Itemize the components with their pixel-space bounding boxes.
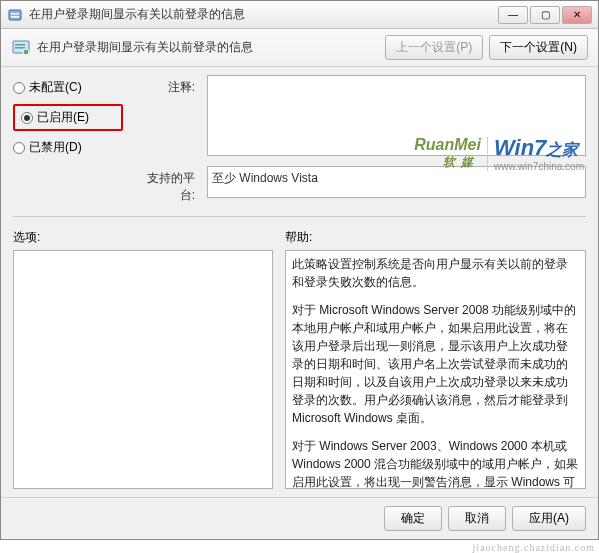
radio-not-configured[interactable]: 未配置(C) — [13, 79, 123, 96]
comment-field-wrap — [207, 75, 586, 156]
highlight-box: 已启用(E) — [13, 104, 123, 131]
platform-label: 支持的平台: — [135, 166, 195, 204]
window-controls: — ▢ ✕ — [498, 6, 592, 24]
radio-icon — [13, 142, 25, 154]
radio-label: 已禁用(D) — [29, 139, 82, 156]
policy-icon — [11, 38, 31, 58]
window-title: 在用户登录期间显示有关以前登录的信息 — [29, 6, 498, 23]
apply-button[interactable]: 应用(A) — [512, 506, 586, 531]
prev-setting-button[interactable]: 上一个设置(P) — [385, 35, 483, 60]
radio-icon — [21, 112, 33, 124]
content-area: 未配置(C) 已启用(E) 已禁用(D) 注释: 支持 — [1, 67, 598, 497]
svg-rect-2 — [11, 16, 19, 18]
svg-rect-1 — [11, 13, 19, 15]
separator — [13, 216, 586, 217]
svg-point-6 — [23, 49, 29, 55]
next-setting-button[interactable]: 下一个设置(N) — [489, 35, 588, 60]
close-button[interactable]: ✕ — [562, 6, 592, 24]
radio-icon — [13, 82, 25, 94]
help-para: 对于 Windows Server 2003、Windows 2000 本机或 … — [292, 437, 579, 489]
radio-label: 未配置(C) — [29, 79, 82, 96]
svg-rect-0 — [9, 10, 21, 20]
platform-value: 至少 Windows Vista — [207, 166, 586, 198]
help-para: 对于 Microsoft Windows Server 2008 功能级别域中的… — [292, 301, 579, 427]
button-row: 确定 取消 应用(A) — [1, 497, 598, 539]
options-box — [13, 250, 273, 489]
help-column: 帮助: 此策略设置控制系统是否向用户显示有关以前的登录和登录失败次数的信息。 对… — [285, 229, 586, 489]
options-header: 选项: — [13, 229, 273, 250]
bottom-area: 选项: 帮助: 此策略设置控制系统是否向用户显示有关以前的登录和登录失败次数的信… — [13, 229, 586, 489]
svg-rect-5 — [15, 47, 25, 49]
radio-label: 已启用(E) — [37, 109, 89, 126]
help-header: 帮助: — [285, 229, 586, 250]
radio-group: 未配置(C) 已启用(E) 已禁用(D) — [13, 75, 123, 156]
maximize-button[interactable]: ▢ — [530, 6, 560, 24]
app-icon — [7, 7, 23, 23]
header-row: 在用户登录期间显示有关以前登录的信息 上一个设置(P) 下一个设置(N) — [1, 29, 598, 67]
minimize-button[interactable]: — — [498, 6, 528, 24]
options-column: 选项: — [13, 229, 273, 489]
footer-credit: jiaocheng.chazidian.com — [473, 542, 595, 553]
ok-button[interactable]: 确定 — [384, 506, 442, 531]
radio-enabled[interactable]: 已启用(E) — [21, 109, 115, 126]
platform-row: 支持的平台: 至少 Windows Vista — [13, 166, 586, 204]
titlebar: 在用户登录期间显示有关以前登录的信息 — ▢ ✕ — [1, 1, 598, 29]
svg-rect-4 — [15, 44, 25, 46]
radio-disabled[interactable]: 已禁用(D) — [13, 139, 123, 156]
help-textbox[interactable]: 此策略设置控制系统是否向用户显示有关以前的登录和登录失败次数的信息。 对于 Mi… — [285, 250, 586, 489]
policy-title: 在用户登录期间显示有关以前登录的信息 — [37, 39, 379, 56]
comment-input[interactable] — [208, 76, 585, 128]
cancel-button[interactable]: 取消 — [448, 506, 506, 531]
comment-label: 注释: — [135, 75, 195, 156]
config-row: 未配置(C) 已启用(E) 已禁用(D) 注释: — [13, 75, 586, 156]
help-para: 此策略设置控制系统是否向用户显示有关以前的登录和登录失败次数的信息。 — [292, 255, 579, 291]
dialog-window: 在用户登录期间显示有关以前登录的信息 — ▢ ✕ 在用户登录期间显示有关以前登录… — [0, 0, 599, 540]
